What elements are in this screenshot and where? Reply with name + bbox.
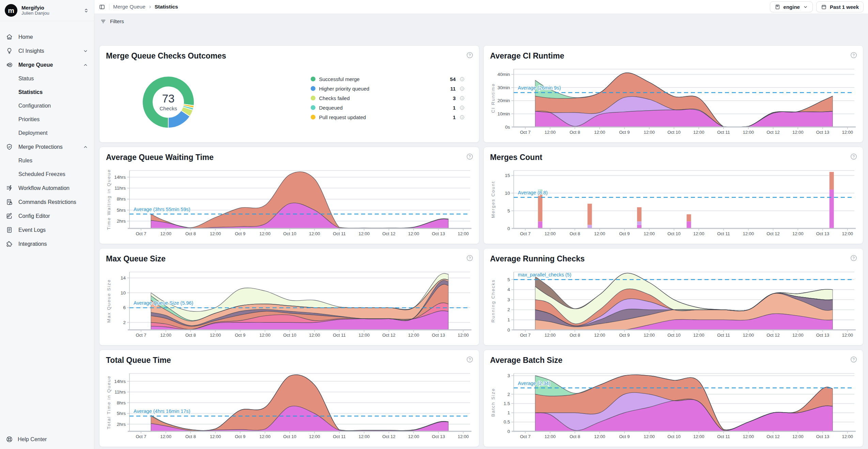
help-icon[interactable] [466, 153, 474, 160]
help-icon[interactable] [850, 51, 857, 59]
sidebar-item-integrations[interactable]: Integrations [0, 237, 94, 251]
chevron-down-icon [83, 48, 88, 54]
org-switcher[interactable]: m Mergifyio Julien Danjou [0, 0, 94, 21]
sidebar-item-label: Status [18, 76, 34, 82]
sidebar-item-workflow-automation[interactable]: Workflow Automation [0, 181, 94, 195]
svg-text:11hrs: 11hrs [114, 186, 126, 191]
svg-text:12:00: 12:00 [458, 434, 469, 439]
legend-label: Higher priority queued [319, 86, 370, 92]
sidebar-item-deployment[interactable]: Deployment [0, 126, 94, 140]
help-icon[interactable] [850, 356, 857, 363]
panel-title: Average Running Checks [490, 254, 585, 263]
svg-text:Oct 12: Oct 12 [766, 231, 779, 236]
repo-selector-button[interactable]: engine [770, 1, 813, 12]
svg-text:0: 0 [507, 429, 510, 434]
info-icon[interactable] [460, 77, 465, 82]
info-icon[interactable] [460, 115, 465, 120]
org-switcher-updown-icon[interactable] [83, 7, 89, 14]
sidebar: m Mergifyio Julien Danjou HomeCI Insight… [0, 0, 94, 449]
svg-text:12:00: 12:00 [594, 434, 605, 439]
svg-text:12:00: 12:00 [210, 333, 221, 338]
chart-area: Oct 712:00Oct 812:00Oct 912:00Oct 1012:0… [489, 66, 858, 140]
charts-grid: Merge Queue Checks Outcomes73ChecksSucce… [99, 45, 863, 447]
svg-text:20min: 20min [497, 98, 510, 103]
sidebar-item-home[interactable]: Home [0, 30, 94, 44]
svg-text:12:00: 12:00 [458, 231, 469, 236]
svg-text:8hrs: 8hrs [117, 400, 126, 405]
topbar-divider [109, 4, 109, 10]
svg-text:3: 3 [507, 297, 510, 302]
sidebar-item-commands-restrictions[interactable]: Commands Restrictions [0, 195, 94, 209]
legend-row-checks-failed: Checks failed3 [311, 93, 465, 103]
sidebar-item-statistics[interactable]: Statistics [0, 85, 94, 99]
svg-text:Oct 10: Oct 10 [667, 333, 680, 338]
sidebar-item-rules[interactable]: Rules [0, 154, 94, 167]
sidebar-item-label: Merge Protections [18, 144, 63, 150]
sidebar-item-ci-insights[interactable]: CI Insights [0, 44, 94, 58]
svg-text:Oct 13: Oct 13 [816, 130, 829, 135]
panel-max-queue-size: Max Queue SizeOct 712:00Oct 812:00Oct 91… [99, 248, 479, 346]
svg-text:Oct 7: Oct 7 [136, 333, 146, 338]
svg-text:14hrs: 14hrs [114, 379, 126, 384]
svg-text:12:00: 12:00 [693, 231, 704, 236]
svg-text:Merges Count: Merges Count [491, 181, 496, 218]
sidebar-item-merge-protections[interactable]: Merge Protections [0, 140, 94, 154]
sidebar-item-configuration[interactable]: Configuration [0, 99, 94, 113]
svg-text:Total Time in Queue: Total Time in Queue [106, 375, 111, 429]
svg-text:Oct 13: Oct 13 [816, 333, 829, 338]
org-name: Mergifyio [21, 5, 49, 11]
help-icon[interactable] [466, 51, 474, 59]
svg-text:Oct 8: Oct 8 [569, 130, 580, 135]
help-icon[interactable] [466, 356, 474, 363]
svg-text:12:00: 12:00 [210, 231, 221, 236]
sidebar-item-merge-queue[interactable]: Merge Queue [0, 58, 94, 72]
date-range-button[interactable]: Past 1 week [816, 1, 864, 12]
config-editor-icon [6, 212, 13, 220]
svg-text:0.5: 0.5 [503, 419, 510, 424]
breadcrumb-current: Statistics [155, 4, 178, 10]
svg-text:Oct 12: Oct 12 [382, 333, 395, 338]
svg-text:Oct 12: Oct 12 [766, 130, 779, 135]
svg-text:12:00: 12:00 [644, 434, 655, 439]
svg-text:12:00: 12:00 [842, 333, 853, 338]
info-icon[interactable] [460, 86, 465, 91]
svg-text:12:00: 12:00 [160, 231, 171, 236]
merge-queue-icon [6, 61, 13, 68]
lifebuoy-icon [6, 436, 13, 443]
sidebar-item-scheduled-freezes[interactable]: Scheduled Freezes [0, 167, 94, 181]
svg-text:12:00: 12:00 [309, 231, 320, 236]
breadcrumb-parent[interactable]: Merge Queue [113, 4, 145, 10]
svg-text:14hrs: 14hrs [114, 175, 126, 180]
svg-text:12:00: 12:00 [309, 434, 320, 439]
help-icon[interactable] [466, 254, 474, 262]
svg-text:Oct 12: Oct 12 [766, 333, 779, 338]
svg-text:30min: 30min [497, 85, 510, 90]
sidebar-item-label: Scheduled Freezes [18, 171, 65, 177]
svg-text:12:00: 12:00 [458, 333, 469, 338]
chevron-down-icon [803, 4, 808, 10]
help-icon[interactable] [850, 153, 857, 160]
svg-text:12:00: 12:00 [544, 434, 556, 439]
legend-value: 11 [450, 86, 456, 92]
sidebar-item-label: Event Logs [18, 227, 46, 233]
help-center-link[interactable]: Help Center [6, 436, 47, 443]
svg-text:Oct 7: Oct 7 [136, 231, 146, 236]
svg-text:Average (8.8): Average (8.8) [518, 190, 548, 195]
info-icon[interactable] [460, 105, 465, 110]
svg-text:12:00: 12:00 [210, 434, 221, 439]
chart-area: Oct 712:00Oct 812:00Oct 912:00Oct 1012:0… [105, 168, 474, 241]
sidebar-item-label: CI Insights [18, 48, 44, 54]
sidebar-item-event-logs[interactable]: Event Logs [0, 223, 94, 237]
info-icon[interactable] [460, 96, 465, 101]
sidebar-item-priorities[interactable]: Priorities [0, 113, 94, 126]
svg-text:12:00: 12:00 [644, 333, 655, 338]
filters-button[interactable]: Filters [100, 18, 124, 25]
donut-legend: Successful merge54Higher priority queued… [311, 74, 465, 133]
sidebar-item-config-editor[interactable]: Config Editor [0, 209, 94, 223]
sidebar-toggle-icon[interactable] [99, 4, 105, 10]
svg-text:2: 2 [507, 392, 510, 397]
legend-value: 54 [450, 76, 456, 82]
sidebar-item-status[interactable]: Status [0, 72, 94, 85]
help-icon[interactable] [850, 254, 857, 262]
svg-text:5hrs: 5hrs [117, 208, 126, 213]
